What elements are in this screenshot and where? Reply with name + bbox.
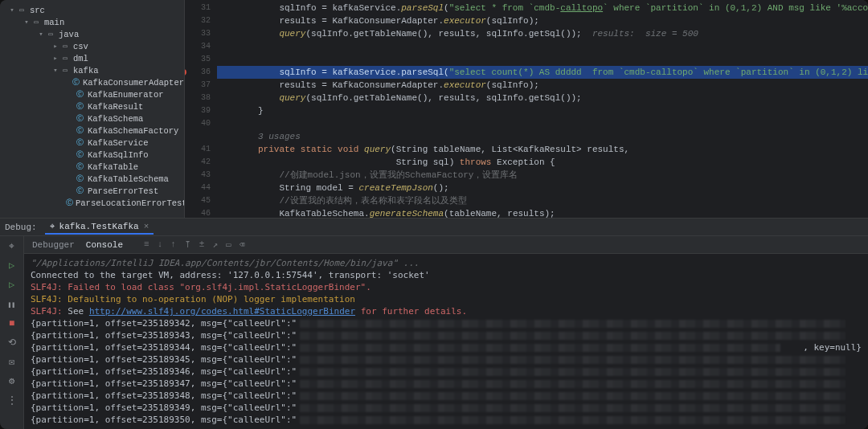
debug-tab-name: kafka.TestKafka: [59, 222, 139, 231]
console-line: {partition=1, offset=235189348, msg={"ca…: [31, 390, 862, 402]
line-number[interactable]: 46: [185, 207, 211, 218]
console-pane: DebuggerConsole≡↓↑⤒±↗▭⌫ "/Applications/I…: [0, 236, 868, 429]
rerun-icon[interactable]: [6, 241, 18, 252]
tree-row[interactable]: KafkaConsumerAdapter: [0, 77, 184, 89]
pkg-icon: [59, 53, 71, 65]
editor-code[interactable]: sqlInfo = kafkaService.parseSql("select …: [217, 0, 868, 218]
code-line[interactable]: String model = createTempJson();: [217, 182, 868, 194]
code-line[interactable]: String sql) throws Exception {: [217, 156, 868, 169]
settings-icon[interactable]: [6, 376, 18, 387]
tree-row[interactable]: csv: [0, 41, 184, 53]
console-toolbar-icon-5[interactable]: ↗: [212, 239, 218, 250]
tree-item-label: KafkaTableSchema: [88, 174, 169, 186]
line-number[interactable]: 43: [185, 169, 211, 182]
folder-icon: [45, 29, 56, 41]
pause-icon[interactable]: [6, 299, 18, 310]
line-number[interactable]: 45: [185, 194, 211, 207]
code-line[interactable]: sqlInfo = kafkaService.parseSql("select …: [217, 66, 868, 79]
code-line[interactable]: query(sqlInfo.getTableName(), results, s…: [217, 27, 868, 40]
chevron-down-icon[interactable]: [51, 65, 59, 77]
debug-tab[interactable]: ⌖ kafka.TestKafka ×: [45, 220, 154, 235]
line-number[interactable]: 32: [185, 14, 211, 27]
tree-row[interactable]: KafkaTableSchema: [0, 174, 184, 186]
line-number[interactable]: 44: [185, 182, 211, 194]
line-number[interactable]: 34: [185, 40, 211, 53]
chevron-down-icon[interactable]: [37, 29, 45, 41]
console-toolbar-icon-6[interactable]: ▭: [226, 239, 231, 250]
console-line: Connected to the target VM, address: '12…: [31, 269, 862, 281]
run-to-cursor-icon[interactable]: [6, 280, 18, 291]
chevron-down-icon[interactable]: [8, 5, 16, 17]
code-line[interactable]: results = KafkaConsumerAdapter.executor(…: [217, 79, 868, 92]
code-line[interactable]: }: [217, 104, 868, 117]
tree-item-label: java: [59, 29, 79, 41]
tree-row[interactable]: ParseLocationErrorTest: [0, 198, 184, 210]
tree-item-label: ParseLocationErrorTest: [76, 198, 185, 210]
code-line[interactable]: query(sqlInfo.getTableName(), results, s…: [217, 92, 868, 104]
line-number[interactable]: 35: [185, 53, 211, 66]
line-number[interactable]: 31: [185, 2, 211, 14]
line-number[interactable]: 36: [185, 66, 211, 79]
console-body[interactable]: "/Applications/IntelliJ IDEA.app/Content…: [24, 254, 868, 429]
console-line: {partition=1, offset=235189346, msg={"ca…: [31, 366, 862, 378]
code-line[interactable]: //设置我的表结构，表名称和表字段名以及类型: [217, 194, 868, 207]
console-toolbar-icon-0[interactable]: ≡: [144, 239, 149, 250]
editor-gutter[interactable]: 31323334353637383940414243444546: [185, 0, 217, 218]
tree-row[interactable]: KafkaSchemaFactory: [0, 125, 184, 137]
pkg-icon: [59, 41, 71, 53]
line-number[interactable]: 33: [185, 27, 211, 40]
line-number[interactable]: 38: [185, 92, 211, 104]
tree-row[interactable]: KafkaEnumerator: [0, 89, 184, 101]
redacted-blur: [300, 416, 845, 424]
code-editor[interactable]: 31323334353637383940414243444546 sqlInfo…: [185, 0, 868, 218]
console-toolbar-icon-2[interactable]: ↑: [170, 239, 176, 250]
console-line: {partition=1, offset=235189344, msg={"ca…: [31, 341, 862, 353]
dump-threads-icon[interactable]: [6, 357, 18, 368]
more-icon[interactable]: [6, 395, 18, 407]
code-line[interactable]: private static void query(String tableNa…: [217, 143, 868, 156]
console-toolbar-icon-4[interactable]: ±: [199, 239, 205, 250]
tree-item-label: KafkaResult: [88, 101, 143, 113]
console-tab-console[interactable]: Console: [86, 240, 123, 250]
tree-row[interactable]: dml: [0, 53, 184, 65]
code-line[interactable]: [217, 117, 868, 130]
chevron-right-icon[interactable]: [51, 41, 59, 53]
console-toolbar-icon-1[interactable]: ↓: [158, 239, 163, 250]
line-number[interactable]: 42: [185, 156, 211, 169]
code-line[interactable]: sqlInfo = kafkaService.parseSql("select …: [217, 2, 868, 14]
code-line[interactable]: [217, 40, 868, 53]
tree-row[interactable]: KafkaResult: [0, 101, 184, 113]
line-number[interactable]: 37: [185, 79, 211, 92]
tree-row[interactable]: KafkaSqlInfo: [0, 149, 184, 161]
tree-item-label: KafkaSchema: [88, 113, 143, 125]
class-icon: [74, 125, 85, 137]
tree-row[interactable]: ParseErrorTest: [0, 186, 184, 198]
console-tab-debugger[interactable]: Debugger: [32, 240, 75, 250]
tree-row[interactable]: KafkaTable: [0, 161, 184, 174]
console-toolbar-icon-3[interactable]: ⤒: [184, 239, 191, 250]
tree-item-label: src: [30, 5, 45, 17]
code-line[interactable]: results = KafkaConsumerAdapter.executor(…: [217, 14, 868, 27]
view-breakpoints-icon[interactable]: [6, 337, 18, 349]
stop-icon[interactable]: [6, 318, 18, 329]
tree-row[interactable]: src: [0, 5, 184, 17]
line-number[interactable]: [185, 130, 211, 143]
project-tree[interactable]: srcmainjavacsvdmlkafkaKafkaConsumerAdapt…: [0, 0, 185, 218]
tree-row[interactable]: KafkaSchema: [0, 113, 184, 125]
tree-row[interactable]: KafkaService: [0, 137, 184, 149]
tree-row[interactable]: java: [0, 29, 184, 41]
chevron-down-icon[interactable]: [23, 17, 31, 29]
console-toolbar-icon-7[interactable]: ⌫: [240, 239, 245, 250]
code-line[interactable]: 3 usages: [217, 130, 868, 143]
close-icon[interactable]: ×: [144, 222, 149, 231]
line-number[interactable]: 41: [185, 143, 211, 156]
resume-icon[interactable]: [6, 260, 18, 272]
line-number[interactable]: 40: [185, 117, 211, 130]
tree-row[interactable]: main: [0, 17, 184, 29]
chevron-right-icon[interactable]: [51, 53, 59, 65]
code-line[interactable]: KafkaTableSchema.generateSchema(tableNam…: [217, 207, 868, 218]
code-line[interactable]: //创建model.json，设置我的SchemaFactory，设置库名: [217, 169, 868, 182]
code-line[interactable]: [217, 53, 868, 66]
line-number[interactable]: 39: [185, 104, 211, 117]
tree-row[interactable]: kafka: [0, 65, 184, 77]
